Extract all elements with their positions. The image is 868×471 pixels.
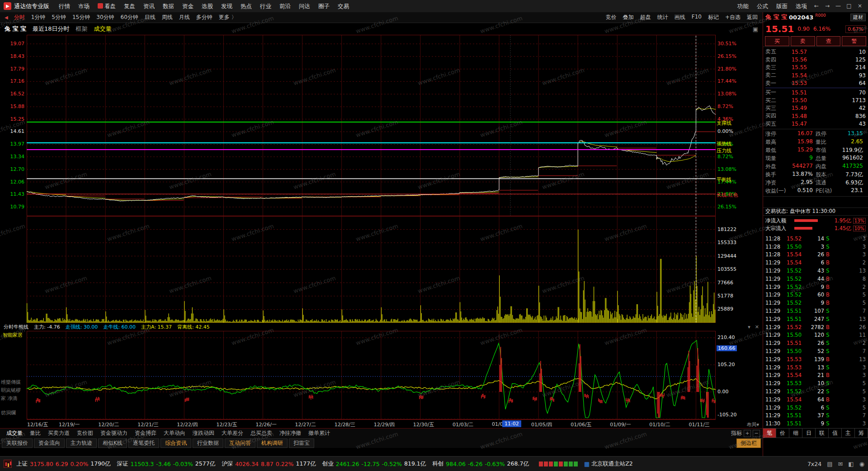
chart-maximize-icon[interactable]: ▣ [753,26,758,33]
panel-tab-日[interactable]: 日 [802,429,816,438]
remove-indicator-button[interactable]: − [753,430,760,437]
infotab-综合资讯[interactable]: 综合资讯 [160,438,191,448]
period-tab-1分钟[interactable]: 1分钟 [28,14,49,21]
subtab-净挂净撤[interactable]: 净挂净撤 [276,429,305,437]
menu-item-公式[interactable]: 公式 [753,0,772,12]
minimize-icon[interactable]: — [833,0,844,12]
server-status[interactable]: ▦北京联通主站Z2 [584,460,633,468]
subtab-撤单累计[interactable]: 撤单累计 [305,429,334,437]
period-tab-30分钟[interactable]: 30分钟 [93,14,117,21]
period-tab-月线[interactable]: 月线 [176,14,193,21]
tool-画线[interactable]: 画线 [671,14,689,21]
infotab-逐笔委托[interactable]: 逐笔委托 [128,438,159,448]
subtab-量比[interactable]: 量比 [26,429,44,437]
infotab-关联报价[interactable]: 关联报价 [2,438,33,448]
power-icon[interactable]: ◉ [859,461,864,467]
tool-+自选[interactable]: +自选 [722,14,744,21]
nav-forward-icon[interactable]: → [822,0,833,12]
menu-item-选股[interactable]: 选股 [198,0,217,12]
order-book-row[interactable]: 卖四15.56125 [765,56,866,63]
menu-item-资讯[interactable]: 资讯 [139,0,159,12]
menu-item-前沿[interactable]: 前沿 [275,0,295,12]
infotab-行业数据[interactable]: 行业数据 [193,438,223,448]
close-icon[interactable]: × [854,0,865,12]
order-book-row[interactable]: 卖一15.5364 [765,80,866,87]
subtab-资金博弈[interactable]: 资金博弈 [131,429,160,437]
trade-button-警[interactable]: 警 [842,36,866,46]
price-chart[interactable] [27,35,716,216]
sidebar-toggle-button[interactable]: 侧边栏 [736,438,761,448]
infotab-相似K线[interactable]: 相似K线 [98,438,127,448]
trade-button-卖[interactable]: 卖 [791,36,815,46]
layout-button[interactable]: 布局▾ [746,421,759,428]
period-tab-60分钟[interactable]: 60分钟 [118,14,142,21]
tool-竞价[interactable]: 竞价 [603,14,620,21]
period-tab-更多 〉[interactable]: 更多 〉 [216,14,240,21]
subtab-大单动向[interactable]: 大单动向 [160,429,189,437]
subtab-成交量[interactable]: 成交量 [3,429,26,437]
panel-tab-笔[interactable]: 笔 [763,429,776,438]
trade-button-买[interactable]: 买 [765,36,789,46]
screen-icon[interactable]: ◧ [848,461,854,467]
order-book-row[interactable]: 买二15.501713 [765,96,866,104]
menu-item-市场[interactable]: 市场 [74,0,94,12]
period-tab-周线[interactable]: 周线 [159,14,176,21]
subtab-买卖力道[interactable]: 买卖力道 [44,429,73,437]
subtab-大单差分[interactable]: 大单差分 [218,429,247,437]
add-indicator-button[interactable]: + [744,430,751,437]
infotab-机构调研[interactable]: 机构调研 [257,438,288,448]
maximize-icon[interactable]: □ [844,0,854,12]
menu-item-功能[interactable]: 功能 [733,0,753,12]
tool-F10[interactable]: F10 [689,14,705,21]
panel-tab-联[interactable]: 联 [816,429,829,438]
indicator-menu-label[interactable]: 指标 [731,429,742,437]
collapse-left-icon[interactable]: ◀ [5,15,8,20]
menu-item-数据[interactable]: 数据 [159,0,178,12]
indicator-name[interactable]: 分时牛熊线 [4,324,28,330]
market-monitor-icon[interactable] [4,460,12,468]
menu-item-行业[interactable]: 行业 [256,0,275,12]
tool-返回[interactable]: 返回 [744,14,761,21]
subtab-竞价图[interactable]: 竞价图 [73,429,97,437]
order-book-row[interactable]: 卖三15.55214 [765,64,866,71]
menu-item-选项[interactable]: 选项 [792,0,811,12]
volume-indicator-label[interactable]: 成交量 [94,25,112,33]
order-book-row[interactable]: 买四15.48836 [765,112,866,120]
nav-back-icon[interactable]: ← [811,0,822,12]
menu-item-圈子[interactable]: 圈子 [314,0,334,12]
volume-chart[interactable] [27,216,716,323]
menu-item-资金[interactable]: 资金 [178,0,198,12]
panel-tab-价[interactable]: 价 [776,429,789,438]
mail-icon[interactable]: ✉ [838,461,843,467]
panel-tab-筹[interactable]: 筹 [855,429,868,438]
indicator-dropdown-icon[interactable]: ▾ [748,324,750,330]
indicator-close-icon[interactable]: ✕ [755,324,759,330]
tool-叠加[interactable]: 叠加 [620,14,637,21]
infotab-互动问答[interactable]: 互动问答 [225,438,255,448]
index-创业[interactable]: 创业2461.26-12.75-0.52%819.1亿 [322,460,426,468]
infotab-主力轨迹[interactable]: 主力轨迹 [66,438,97,448]
index-沪深[interactable]: 沪深4026.348.870.22%1177亿 [222,460,316,468]
subtab-总买总卖[interactable]: 总买总卖 [247,429,276,437]
indicator-chart[interactable] [27,331,716,419]
period-tab-分时[interactable]: 分时 [11,14,28,21]
subtab-涨跌动因[interactable]: 涨跌动因 [189,429,218,437]
tool-统计[interactable]: 统计 [654,14,671,21]
period-tab-日线[interactable]: 日线 [142,14,159,21]
panel-tab-主[interactable]: 主 [842,429,855,438]
menu-item-问达[interactable]: 问达 [295,0,314,12]
index-深证[interactable]: 深证11503.3-3.46-0.03%2577亿 [117,460,216,468]
panel-tab-细[interactable]: 细 [789,429,802,438]
menu-item-行情[interactable]: 行情 [55,0,74,12]
index-上证[interactable]: 上证3175.806.290.20%1790亿 [16,460,111,468]
order-book-row[interactable]: 卖五15.5710 [765,48,866,56]
tool-超盘[interactable]: 超盘 [637,14,654,21]
infotab-扫雷宝[interactable]: 扫雷宝 [289,438,314,448]
menu-item-交易[interactable]: 交易 [334,0,353,12]
trade-button-查[interactable]: 查 [816,36,841,46]
subtab-资金驱动力[interactable]: 资金驱动力 [97,429,131,437]
menu-item-版面[interactable]: 版面 [772,0,792,12]
order-book-row[interactable]: 买五15.4743 [765,120,866,128]
period-tab-15分钟[interactable]: 15分钟 [69,14,93,21]
period-tab-多分钟[interactable]: 多分钟 [193,14,216,21]
